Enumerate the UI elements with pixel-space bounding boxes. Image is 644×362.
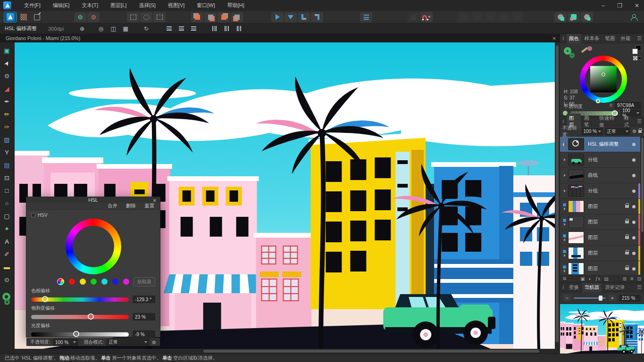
menu-window[interactable]: 窗口[W] bbox=[191, 0, 221, 11]
expand-arrow-icon[interactable] bbox=[564, 223, 566, 226]
layer-chip-icon[interactable] bbox=[563, 265, 566, 269]
add-pixel-layer-icon[interactable]: ⧈ bbox=[630, 276, 633, 281]
swatch-yellow[interactable] bbox=[80, 279, 86, 285]
visibility-dot[interactable] bbox=[632, 252, 636, 255]
layer-chip-icon[interactable] bbox=[563, 234, 566, 238]
hue-marker[interactable] bbox=[596, 99, 600, 103]
visibility-dot[interactable] bbox=[632, 236, 636, 239]
move-tool[interactable]: ➤ bbox=[1, 57, 13, 70]
layers-opacity-select[interactable]: 100 % bbox=[582, 128, 603, 135]
pixel-persona-button[interactable] bbox=[17, 12, 30, 22]
layer-chip-icon[interactable] bbox=[563, 203, 566, 206]
align-bottom-button[interactable] bbox=[234, 25, 244, 33]
dialog-opacity-select[interactable]: 100 % bbox=[53, 338, 78, 346]
marquee-rect-button[interactable] bbox=[127, 12, 139, 22]
layers-settings-gear-icon[interactable]: ⚙ bbox=[632, 129, 636, 134]
tab-navigator[interactable]: 导航器 bbox=[582, 283, 602, 292]
layer-row-background[interactable]: 图层 bbox=[560, 214, 640, 230]
expand-arrow-icon[interactable] bbox=[564, 189, 566, 192]
sl-marker[interactable] bbox=[602, 73, 605, 76]
export-persona-button[interactable] bbox=[31, 12, 43, 22]
tab-brushes[interactable]: 画笔 bbox=[582, 114, 596, 130]
marquee-ellipse-button[interactable] bbox=[140, 12, 152, 22]
account-button[interactable] bbox=[627, 12, 640, 22]
visibility-dot[interactable] bbox=[632, 205, 636, 208]
reset-button[interactable]: 重置 bbox=[144, 203, 154, 209]
layer-name[interactable]: 图层 bbox=[588, 219, 625, 225]
hue-shift-value[interactable]: -129.3 ° bbox=[133, 296, 155, 303]
layer-lock-icon[interactable] bbox=[625, 236, 629, 239]
visibility-dot[interactable] bbox=[632, 267, 636, 271]
visibility-dot[interactable] bbox=[632, 174, 636, 177]
panel-grip-icon[interactable]: ‖ bbox=[562, 285, 564, 290]
zoom-level-value[interactable]: 215 % bbox=[619, 295, 641, 302]
saturation-lightness-square[interactable] bbox=[590, 66, 617, 92]
corner-tool[interactable]: ◢ bbox=[1, 82, 13, 95]
tab-close-icon[interactable]: ✕ bbox=[552, 36, 556, 41]
zoom-slider[interactable] bbox=[574, 297, 606, 299]
designer-persona-button[interactable] bbox=[4, 12, 17, 22]
layer-name[interactable]: 分组 bbox=[588, 156, 632, 163]
saturation-shift-slider[interactable] bbox=[31, 315, 129, 319]
layer-thumbnail[interactable] bbox=[568, 154, 584, 166]
layer-name[interactable]: 曲线 bbox=[588, 172, 632, 179]
layer-thumbnail[interactable] bbox=[568, 185, 584, 197]
layer-lock-icon[interactable] bbox=[625, 221, 629, 223]
expand-arrow-icon[interactable] bbox=[564, 174, 566, 177]
ruler-tool[interactable]: ▬ bbox=[1, 261, 13, 273]
adjustment-layer-icon[interactable]: ◐ bbox=[589, 276, 592, 281]
tab-stroke[interactable]: 笔画 bbox=[602, 34, 617, 43]
hue-shift-slider[interactable] bbox=[31, 297, 129, 302]
swatch-green[interactable] bbox=[91, 279, 97, 285]
insert-top-button[interactable] bbox=[568, 12, 580, 22]
mask-layer-icon[interactable]: ▣ bbox=[580, 276, 585, 281]
canvas-vertical-scrollbar[interactable] bbox=[555, 42, 560, 349]
tab-color[interactable]: 颜色 bbox=[567, 34, 581, 43]
pen-tool[interactable]: ✒ bbox=[1, 95, 13, 108]
live-filter-icon[interactable]: ▤ bbox=[604, 276, 608, 281]
layers-scroll-thumb[interactable] bbox=[641, 138, 644, 232]
swatch-blue[interactable] bbox=[112, 279, 118, 285]
panel-grip-icon[interactable]: ‖ bbox=[562, 36, 564, 41]
snap-cube-button[interactable] bbox=[407, 12, 419, 22]
layer-row-group-palms[interactable]: 分组 bbox=[560, 183, 640, 199]
boolean-intersect-button[interactable] bbox=[217, 12, 230, 22]
layer-name[interactable]: 图层 bbox=[588, 203, 625, 210]
layer-row-group-car[interactable]: 分组 bbox=[560, 152, 640, 168]
alignment-button[interactable] bbox=[360, 12, 372, 22]
tab-styles[interactable]: 样式 bbox=[622, 114, 636, 130]
minimize-button[interactable]: – bbox=[602, 2, 605, 9]
toggle-red-gear-button[interactable]: ⚙ bbox=[87, 12, 100, 22]
flip-horizontal-button[interactable] bbox=[271, 12, 284, 22]
visibility-dot[interactable] bbox=[632, 143, 636, 146]
artboard-tool[interactable]: ▣ bbox=[1, 44, 13, 57]
rectangle-tool[interactable]: □ bbox=[1, 184, 13, 197]
visibility-dot[interactable] bbox=[632, 221, 636, 224]
align-top-button[interactable] bbox=[209, 25, 219, 33]
mini-black-chip[interactable] bbox=[638, 57, 641, 60]
hue-slider-thumb[interactable] bbox=[42, 296, 48, 302]
boolean-add-button[interactable] bbox=[191, 12, 203, 22]
menu-view[interactable]: 视图[V] bbox=[162, 0, 191, 11]
layer-name[interactable]: 分组 bbox=[588, 188, 632, 194]
ellipse-tool[interactable]: ○ bbox=[1, 197, 13, 210]
preview-mode-button[interactable]: ◎ bbox=[96, 25, 106, 33]
close-button[interactable]: ✕ bbox=[635, 2, 639, 9]
layer-row-blue-building-2[interactable]: 图层 bbox=[560, 261, 640, 275]
tab-quick-fx[interactable]: 快速特效 bbox=[597, 114, 621, 130]
saturation-slider-thumb[interactable] bbox=[88, 313, 94, 320]
swatch-cyan[interactable] bbox=[101, 279, 108, 285]
zoom-tool[interactable]: ⊙ bbox=[1, 273, 13, 286]
snap-option-3-button[interactable] bbox=[485, 12, 497, 22]
layer-row-buildings[interactable]: 图层 bbox=[560, 199, 640, 214]
menu-file[interactable]: 文件[F] bbox=[18, 0, 47, 11]
panel-menu-icon[interactable]: ☰ bbox=[637, 35, 642, 41]
dialog-settings-gear-icon[interactable]: ⚙ bbox=[152, 340, 156, 345]
move-backward-button[interactable] bbox=[311, 12, 323, 22]
boolean-subtract-button[interactable] bbox=[204, 12, 217, 22]
expand-arrow-icon[interactable] bbox=[564, 207, 566, 210]
layer-thumbnail[interactable] bbox=[568, 169, 584, 181]
panel-grip-icon[interactable]: ‖ bbox=[562, 119, 564, 124]
layer-row-hsl-adjustment[interactable]: HSL 偏移调整 bbox=[560, 137, 640, 152]
layer-name[interactable]: 图层 bbox=[588, 265, 625, 272]
